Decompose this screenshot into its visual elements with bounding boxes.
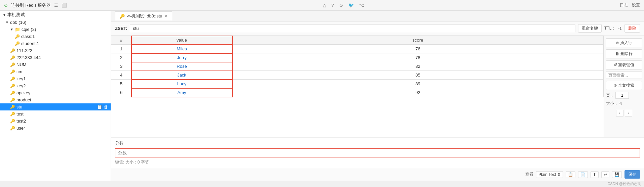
key-icon: 🔑 (10, 62, 15, 67)
window-icon[interactable]: ⬜ (62, 3, 67, 8)
menu-icon[interactable]: ☰ (54, 3, 58, 8)
cell-score: 76 (232, 45, 604, 53)
key-icon: 🔑 (10, 91, 15, 95)
table-row[interactable]: 5Lucy89 (111, 80, 604, 88)
tab-close-icon[interactable]: ✕ (164, 14, 168, 19)
table-container: # value score 1Miles762Jerry783Rose824Ja… (111, 36, 604, 137)
sidebar-item-222333444[interactable]: 🔑 222:333:444 (0, 54, 111, 61)
help-icon: ? (332, 3, 334, 8)
page-input[interactable] (615, 92, 629, 99)
active-tab[interactable]: 🔑 本机测试::db0::stu ✕ (115, 11, 172, 20)
log-button[interactable]: 日志 (620, 2, 628, 8)
tab-label: 本机测试::db0::stu (127, 13, 162, 19)
cell-index: 3 (111, 62, 131, 71)
bottom-toolbar: 查看 Plain Text ⇕ 📋 📄 ⬆ ↩ 💾 保存 (111, 168, 644, 181)
top-bar-right: 日志 设置 (620, 2, 640, 8)
settings-button[interactable]: 设置 (632, 2, 640, 8)
sidebar-folder-cqie[interactable]: ▼ 📁 cqie (2) (0, 26, 111, 33)
sidebar-item-test[interactable]: 🔑 test (0, 110, 111, 118)
col-score-header: score (232, 36, 604, 45)
prev-page-button[interactable]: ‹ (616, 110, 623, 116)
cell-index: 6 (111, 88, 131, 97)
key-icon: 🔑 (10, 48, 15, 53)
connect-text: 连接到 Redis 服务器 (11, 2, 51, 8)
fulltext-search-button[interactable]: ⊙ 全文搜索 (606, 81, 642, 90)
cell-value[interactable]: Amy (131, 88, 232, 97)
sidebar-root[interactable]: ▼ 本机测试 (0, 11, 111, 19)
sidebar-item-user[interactable]: 🔑 user (0, 125, 111, 132)
key-icon: 🔑 (15, 41, 20, 46)
sidebar-item-opckey[interactable]: 🔑 opckey (0, 89, 111, 96)
top-bar-center: △ ? ⊙ 🐦 ⌥ (323, 3, 364, 8)
page-search-input[interactable] (606, 72, 642, 79)
cell-value[interactable]: Lucy (131, 80, 232, 88)
save-button[interactable]: 保存 (624, 170, 640, 179)
copy2-button[interactable]: 📄 (578, 171, 588, 178)
sidebar-item-label: opckey (16, 90, 30, 95)
delete-key-button[interactable]: 删除 (624, 24, 640, 33)
table-row[interactable]: 1Miles76 (111, 45, 604, 53)
table-row[interactable]: 6Amy92 (111, 88, 604, 97)
key-icon: 🔑 (10, 98, 15, 102)
sidebar-item-cm[interactable]: 🔑 cm (0, 68, 111, 75)
ttl-value: -1 (618, 26, 622, 31)
cell-value[interactable]: Miles (131, 45, 232, 53)
content-area: 🔑 本机测试::db0::stu ✕ ZSET: 重命名键 TTL： -1 删除 (111, 11, 644, 181)
sidebar-item-NUM[interactable]: 🔑 NUM (0, 61, 111, 68)
score-input[interactable] (115, 148, 640, 157)
top-bar-left: ⊙ 连接到 Redis 服务器 ☰ ⬜ (4, 2, 67, 8)
cell-value[interactable]: Rose (131, 62, 232, 71)
sidebar-item-class1[interactable]: 🔑 class:1 (0, 33, 111, 40)
connect-icon: ⊙ (4, 3, 8, 8)
page-label: 页： (606, 93, 614, 98)
cell-value[interactable]: Jack (131, 71, 232, 80)
key-name-input[interactable] (130, 25, 575, 32)
format-select[interactable]: Plain Text ⇕ (536, 171, 563, 178)
delete-item-icon[interactable]: 🗑 (104, 104, 108, 109)
wrap-button[interactable]: ↩ (601, 171, 609, 178)
chevron-up-down-icon: ⇕ (557, 172, 561, 177)
sidebar-item-test2[interactable]: 🔑 test2 (0, 118, 111, 125)
key-icon: 🔑 (10, 69, 15, 74)
next-page-button[interactable]: › (625, 110, 632, 116)
sidebar-item-label: class:1 (21, 34, 35, 39)
insert-row-button[interactable]: ⊕ 插入行 (606, 38, 642, 47)
key-header-actions: 重命名键 TTL： -1 删除 (578, 24, 640, 33)
github-icon: ⌥ (359, 3, 364, 8)
key-icon: 🔑 (10, 84, 15, 88)
size-row: 大小： 6 (606, 101, 642, 106)
data-table: # value score 1Miles762Jerry783Rose824Ja… (111, 36, 604, 97)
table-row[interactable]: 4Jack85 (111, 71, 604, 80)
cell-score: 85 (232, 71, 604, 80)
key-icon: 🔑 (10, 112, 15, 116)
sidebar-item-label: test2 (16, 119, 26, 124)
size-label: 大小： (606, 101, 618, 106)
circle-icon: ⊙ (339, 3, 343, 8)
sidebar-db0[interactable]: ▼ db0 (16) (0, 19, 111, 26)
key-icon: 🔑 (15, 34, 20, 39)
table-row[interactable]: 2Jerry78 (111, 53, 604, 62)
format-label: Plain Text (538, 172, 556, 177)
sidebar-item-label: 222:333:444 (16, 55, 41, 60)
arrow-down-icon: ▼ (5, 20, 9, 24)
delete-row-button[interactable]: 🗑 删除行 (606, 49, 642, 58)
rename-key-button[interactable]: 重命名键 (578, 24, 602, 33)
sidebar-item-stu[interactable]: 🔑 stu 📋 🗑 (0, 103, 111, 110)
copy-value-button[interactable]: 📋 (566, 171, 575, 178)
alert-icon: △ (323, 3, 326, 8)
sidebar-item-student1[interactable]: 🔑 student:1 (0, 40, 111, 47)
ttl-label: TTL： (604, 26, 615, 31)
sidebar-item-key2[interactable]: 🔑 key2 (0, 82, 111, 89)
sidebar-item-product[interactable]: 🔑 product (0, 96, 111, 103)
sidebar-item-111222[interactable]: 🔑 111:222 (0, 47, 111, 54)
sidebar-item-key1[interactable]: 🔑 key1 (0, 75, 111, 82)
cell-value[interactable]: Jerry (131, 53, 232, 62)
upload-button[interactable]: ⬆ (591, 171, 599, 178)
key-icon: 🔑 (119, 14, 125, 19)
copy-item-icon[interactable]: 📋 (97, 104, 102, 109)
table-row[interactable]: 3Rose82 (111, 62, 604, 71)
download-button[interactable]: 💾 (612, 171, 622, 178)
cell-score: 82 (232, 62, 604, 71)
cell-index: 4 (111, 71, 131, 80)
reload-button[interactable]: ↺ 重载键值 (606, 60, 642, 69)
